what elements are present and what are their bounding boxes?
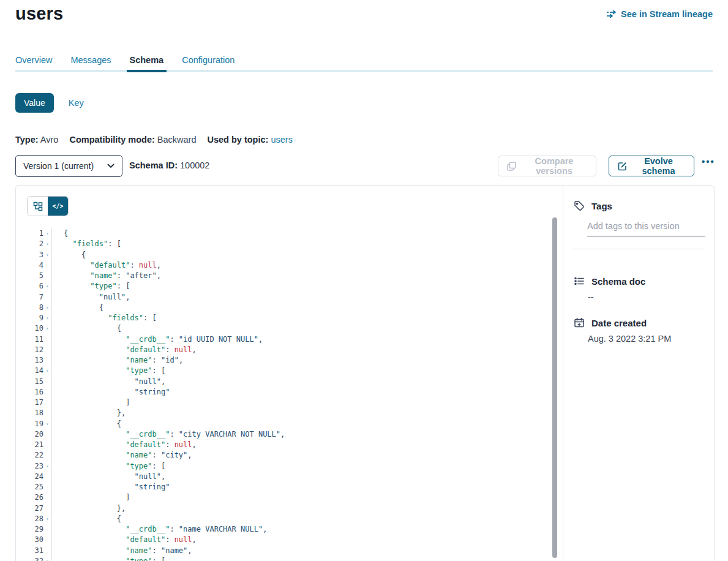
code-text: "name": "city", [52, 450, 192, 461]
topic-link[interactable]: users [271, 135, 292, 145]
fold-gutter [43, 345, 52, 355]
compare-icon [507, 162, 516, 171]
code-line: 10▾ { [16, 323, 563, 334]
tag-icon [574, 200, 585, 211]
line-number: 31 [16, 546, 43, 556]
line-number: 7 [16, 292, 43, 303]
fold-toggle-icon[interactable]: ▾ [43, 461, 52, 472]
schema-id: Schema ID: 100002 [129, 160, 209, 170]
tree-view-button[interactable] [28, 197, 48, 216]
code-text: "default": null, [52, 440, 197, 450]
fold-toggle-icon[interactable]: ▾ [43, 250, 52, 260]
vertical-scrollbar[interactable] [552, 217, 557, 558]
fold-toggle-icon[interactable]: ▾ [43, 419, 52, 429]
fold-gutter [43, 546, 52, 556]
code-text: }, [52, 503, 126, 514]
compare-versions-label: Compare versions [521, 156, 587, 176]
fold-toggle-icon[interactable]: ▾ [43, 323, 52, 334]
code-line: 14▾ "type": [ [16, 366, 563, 376]
line-number: 29 [16, 524, 43, 535]
fold-toggle-icon[interactable]: ▾ [43, 281, 52, 292]
stream-lineage-link[interactable]: See in Stream lineage [606, 9, 713, 19]
page-title: users [15, 4, 63, 24]
fold-toggle-icon[interactable]: ▾ [43, 556, 52, 561]
line-number: 27 [16, 503, 43, 514]
fold-gutter [43, 377, 52, 387]
code-view-button[interactable]: </> [48, 197, 68, 216]
line-number: 26 [16, 492, 43, 503]
fold-gutter [43, 503, 52, 514]
line-number: 21 [16, 440, 43, 450]
code-line: 8▾ { [16, 303, 563, 313]
schema-sidebar: Tags Schema doc -- [563, 186, 714, 561]
fold-gutter [43, 535, 52, 545]
value-toggle-button[interactable]: Value [15, 93, 54, 113]
schema-detail-panel: </> 1▾{2▾ "fields": [3▾ {4 "default": nu… [15, 185, 715, 561]
edit-icon [618, 162, 627, 171]
fold-toggle-icon[interactable]: ▾ [43, 303, 52, 313]
fold-gutter [43, 492, 52, 503]
fold-toggle-icon[interactable]: ▾ [43, 514, 52, 524]
code-text: "fields": [ [52, 239, 121, 249]
line-number: 4 [16, 260, 43, 271]
add-tags-input[interactable] [587, 219, 705, 236]
compare-versions-button[interactable]: Compare versions [498, 156, 596, 176]
fold-toggle-icon[interactable]: ▾ [43, 228, 52, 239]
schema-code-panel: </> 1▾{2▾ "fields": [3▾ {4 "default": nu… [16, 186, 563, 561]
code-line: 30 "default": null, [16, 535, 563, 545]
code-text: { [52, 228, 68, 239]
fold-gutter [43, 482, 52, 492]
compat-label: Compatibility mode: [69, 135, 154, 145]
key-toggle-button[interactable]: Key [69, 98, 84, 108]
fold-gutter [43, 260, 52, 271]
version-select[interactable]: Version 1 (current) [15, 155, 122, 177]
schema-key-value-toggle: Value Key [15, 93, 84, 113]
evolve-schema-button[interactable]: Evolve schema [609, 156, 694, 176]
line-number: 19 [16, 419, 43, 429]
more-actions-menu[interactable]: ••• [702, 156, 715, 167]
used-by-topic: Used by topic: users [207, 135, 292, 145]
line-number: 20 [16, 429, 43, 440]
code-text: "string" [52, 387, 170, 397]
line-number: 15 [16, 377, 43, 387]
line-number: 2 [16, 239, 43, 249]
code-line: 29 "__crdb__": "name VARCHAR NULL", [16, 524, 563, 535]
code-view-icon: </> [52, 203, 63, 209]
line-number: 32 [16, 556, 43, 561]
line-number: 16 [16, 387, 43, 397]
tab-schema[interactable]: Schema [130, 55, 164, 72]
code-text: "__crdb__": "city VARCHAR NOT NULL", [52, 429, 285, 440]
code-line: 5 "name": "after", [16, 271, 563, 281]
code-line: 2▾ "fields": [ [16, 239, 563, 249]
code-line: 23▾ "type": [ [16, 461, 563, 472]
code-text: "fields": [ [52, 313, 157, 323]
code-text: { [52, 323, 121, 334]
code-text: "null", [52, 292, 130, 303]
code-line: 19▾ { [16, 419, 563, 429]
code-text: { [52, 303, 103, 313]
code-line: 26 ] [16, 492, 563, 503]
fold-gutter [43, 271, 52, 281]
fold-toggle-icon[interactable]: ▾ [43, 239, 52, 249]
code-line: 22 "name": "city", [16, 450, 563, 461]
line-number: 18 [16, 408, 43, 418]
sidebar-divider [572, 249, 705, 249]
schema-meta-row: Type: Avro Compatibility mode: Backward … [15, 135, 293, 145]
schema-id-label: Schema ID: [129, 160, 178, 170]
fold-gutter [43, 440, 52, 450]
fold-toggle-icon[interactable]: ▾ [43, 313, 52, 323]
code-text: "__crdb__": "name VARCHAR NULL", [52, 524, 267, 535]
code-line: 20 "__crdb__": "city VARCHAR NOT NULL", [16, 429, 563, 440]
code-line: 32▾ "type": [ [16, 556, 563, 561]
evolve-schema-label: Evolve schema [632, 156, 685, 176]
fold-toggle-icon[interactable]: ▾ [43, 366, 52, 376]
schema-type: Type: Avro [15, 135, 58, 145]
code-text: "name": "after", [52, 271, 161, 281]
code-text: "type": [ [52, 461, 165, 472]
fold-gutter [43, 355, 52, 366]
code-line: 6▾ "type": [ [16, 281, 563, 292]
type-value: Avro [40, 135, 59, 145]
line-number: 1 [16, 228, 43, 239]
fold-gutter [43, 334, 52, 345]
tags-section-title: Tags [574, 200, 612, 211]
